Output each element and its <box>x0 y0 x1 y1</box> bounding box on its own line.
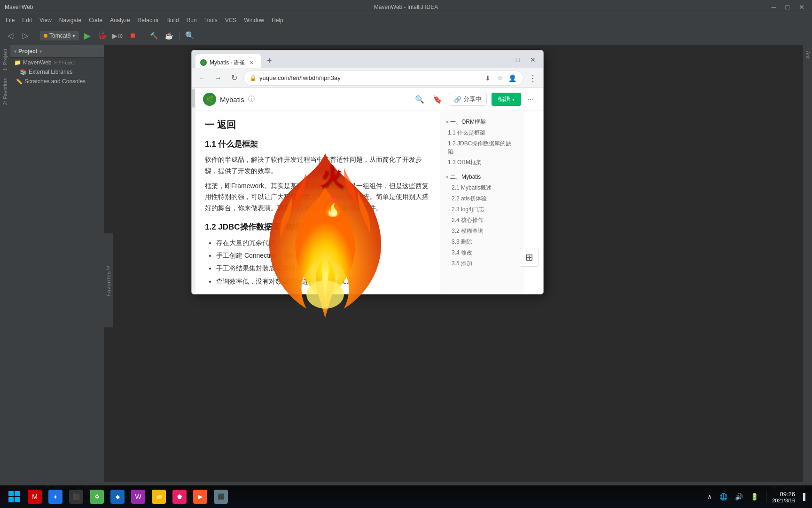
address-bar[interactable]: 🔒 yuque.com/feri/fwibdh/npn3ay ⬇ ☆ 👤 <box>243 71 523 86</box>
project-panel-title: ▾ Project ▾ <box>14 48 42 55</box>
browser-back-button[interactable]: ← <box>195 71 209 85</box>
user-account-icon[interactable]: 👤 <box>507 73 517 83</box>
right-tab-ant[interactable]: Ant <box>804 47 812 63</box>
scratches-icon: ✏️ <box>16 79 23 85</box>
windows-start-button[interactable] <box>5 487 23 506</box>
more-options-button[interactable]: ··· <box>526 93 536 105</box>
ide-title-left: MavenWeb <box>5 4 33 10</box>
volume-icon[interactable]: 🔊 <box>733 491 745 502</box>
battery-icon[interactable]: 🔋 <box>749 491 760 502</box>
run-with-coverage[interactable]: ▶⊕ <box>111 29 124 42</box>
taskbar-app-3[interactable]: ⬛ <box>67 487 86 506</box>
show-hidden-icons[interactable]: ∧ <box>705 491 714 502</box>
menu-tools[interactable]: Tools <box>201 16 221 24</box>
browser-new-tab-button[interactable]: + <box>263 54 276 67</box>
taskbar-app-6[interactable]: W <box>129 487 148 506</box>
qr-code-button[interactable]: ⊞ <box>520 248 539 267</box>
yuque-logo-icon: 🌿 <box>203 93 216 106</box>
taskbar-app-9[interactable]: ▶ <box>191 487 210 506</box>
sdk-manager[interactable]: ☕ <box>162 29 175 42</box>
app-icon-7: 📁 <box>152 490 166 504</box>
taskbar-app-5[interactable]: ◆ <box>108 487 127 506</box>
app-icon-5: ◆ <box>110 490 125 504</box>
browser-forward-button[interactable]: → <box>211 71 225 85</box>
share-label: 分享中 <box>463 95 482 103</box>
browser-menu-button[interactable]: ⋮ <box>526 71 539 85</box>
forward-button[interactable]: ▷ <box>19 29 32 42</box>
browser-maximize-button[interactable]: □ <box>512 54 523 65</box>
menu-navigate[interactable]: Navigate <box>55 16 85 24</box>
minimize-button[interactable]: ─ <box>769 2 779 12</box>
menu-refactor[interactable]: Refactor <box>134 16 163 24</box>
toc-item-2-3[interactable]: 2.3 log4j日志 <box>444 204 521 215</box>
favorites-panel[interactable]: 2: Favorites <box>104 233 113 327</box>
build-project[interactable]: 🔨 <box>147 29 160 42</box>
yuque-bookmark-icon[interactable]: 🔖 <box>431 93 444 106</box>
run-button[interactable]: ▶ <box>81 29 94 42</box>
menu-code[interactable]: Code <box>85 16 106 24</box>
menu-file[interactable]: File <box>2 16 18 24</box>
external-libraries-item[interactable]: 📚 External Libraries <box>10 67 104 77</box>
toc-section-mybatis[interactable]: ▾ 二、Mybatis <box>444 172 521 183</box>
menu-help[interactable]: Help <box>268 16 287 24</box>
network-icon[interactable]: 🌐 <box>718 491 729 502</box>
taskbar-app-4[interactable]: ♻ <box>87 487 106 506</box>
download-page-icon[interactable]: ⬇ <box>483 73 493 83</box>
toc-item-1-1[interactable]: 1.1 什么是框架 <box>444 127 521 138</box>
menu-vcs[interactable]: VCS <box>221 16 241 24</box>
project-root-item[interactable]: 📁 MavenWeb H:\Project <box>10 58 104 67</box>
show-desktop-button[interactable]: ▐ <box>799 491 807 502</box>
menu-run[interactable]: Run <box>183 16 201 24</box>
taskbar-app-2[interactable]: ♦ <box>46 487 65 506</box>
toc-item-3-2[interactable]: 3.2 模糊查询 <box>444 226 521 237</box>
browser-tab-close-button[interactable]: ✕ <box>248 59 255 66</box>
search-everywhere[interactable]: 🔍 <box>183 29 196 42</box>
toc-item-2-1[interactable]: 2.1 Mybatis概述 <box>444 183 521 193</box>
browser-titlebar: 🌿 Mybatis · 语雀 ✕ + ─ □ ✕ <box>192 50 543 68</box>
toc-item-2-4[interactable]: 2.4 核心操作 <box>444 215 521 226</box>
toc-item-3-5[interactable]: 3.5 添加 <box>444 258 521 269</box>
menu-view[interactable]: View <box>36 16 55 24</box>
back-button[interactable]: ◁ <box>4 29 17 42</box>
toc-item-1-3[interactable]: 1.3 ORM框架 <box>444 157 521 168</box>
browser-scroll-thumb[interactable] <box>192 89 195 108</box>
external-libraries-label: External Libraries <box>29 69 72 75</box>
taskbar-app-8[interactable]: ⬟ <box>170 487 189 506</box>
taskbar-app-10[interactable]: ⬛ <box>211 487 230 506</box>
taskbar-clock[interactable]: 09:26 2021/3/16 <box>772 491 795 503</box>
scratches-consoles-item[interactable]: ✏️ Scratches and Consoles <box>10 77 104 86</box>
maximize-button[interactable]: □ <box>783 2 792 12</box>
toc-mybatis-arrow-icon: ▾ <box>446 175 448 180</box>
taskbar-date: 2021/3/16 <box>772 498 795 503</box>
yuque-search-icon[interactable]: 🔍 <box>413 93 426 106</box>
tomcat-run-config[interactable]: Tomcat9 ▾ <box>40 31 79 40</box>
menu-analyze[interactable]: Analyze <box>106 16 134 24</box>
yuque-info-icon[interactable]: ⓘ <box>248 95 255 103</box>
project-panel: ▾ Project ▾ 📁 MavenWeb H:\Project 📚 Exte… <box>10 45 104 482</box>
browser-refresh-button[interactable]: ↻ <box>227 71 241 85</box>
browser-minimize-button[interactable]: ─ <box>497 54 508 65</box>
share-button[interactable]: 🔗 分享中 <box>449 93 487 106</box>
edit-button[interactable]: 编辑 ▾ <box>492 93 521 106</box>
left-tab-2[interactable]: 2: Favorites <box>1 74 9 109</box>
menu-window[interactable]: Window <box>240 16 268 24</box>
toc-section-orm[interactable]: ▾ 一、ORM框架 <box>444 117 521 127</box>
browser-vertical-scrollbar[interactable] <box>192 88 195 294</box>
toc-item-2-2[interactable]: 2.2 atis初体验 <box>444 193 521 204</box>
left-tab-1[interactable]: 1: Project <box>1 45 9 74</box>
debug-button[interactable]: 🐞 <box>96 29 109 42</box>
bookmark-icon[interactable]: ☆ <box>495 73 505 83</box>
browser-close-button[interactable]: ✕ <box>527 54 539 65</box>
menu-build[interactable]: Build <box>163 16 183 24</box>
menu-edit[interactable]: Edit <box>18 16 36 24</box>
toc-item-3-4[interactable]: 3.4 修改 <box>444 247 521 258</box>
close-button[interactable]: ✕ <box>796 2 807 12</box>
browser-tab-mybatis[interactable]: 🌿 Mybatis · 语雀 ✕ <box>195 54 261 68</box>
app-icon-6: W <box>131 490 145 504</box>
stop-button[interactable]: ■ <box>126 29 139 42</box>
toc-item-1-2[interactable]: 1.2 JDBC操作数据库的缺陷 <box>444 138 521 157</box>
taskbar-app-1[interactable]: M <box>25 487 44 506</box>
toc-item-3-3[interactable]: 3.3 删除 <box>444 237 521 247</box>
security-lock-icon: 🔒 <box>250 75 257 81</box>
taskbar-app-7[interactable]: 📁 <box>149 487 168 506</box>
